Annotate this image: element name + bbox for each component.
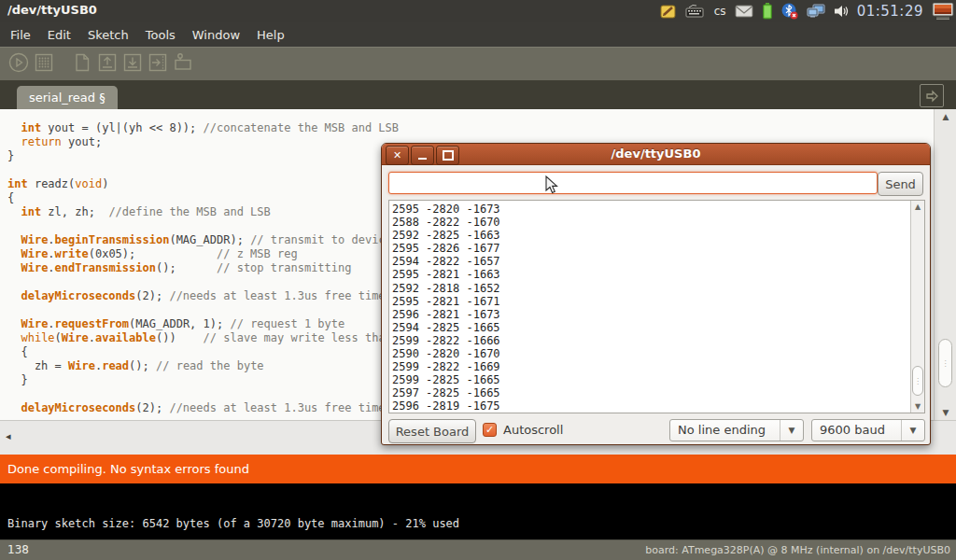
keyboard-layout-indicator[interactable]: cs	[714, 5, 726, 18]
menu-item-edit[interactable]: Edit	[39, 24, 79, 46]
grip-dots: ⋮	[942, 362, 949, 365]
serial-output-line: 2596 -2821 -1673	[392, 308, 910, 321]
tab-label: serial_read §	[29, 91, 105, 105]
send-button[interactable]: Send	[878, 172, 923, 196]
serial-monitor-window[interactable]: ✕ /dev/ttyUSB0 Send 2595 -2820 -16732588…	[381, 143, 931, 445]
serial-output-line: 2599 -2822 -1669	[392, 360, 910, 373]
keyboard-icon[interactable]	[685, 5, 704, 18]
volume-icon[interactable]	[834, 4, 849, 19]
line-ending-value: No line ending	[678, 423, 766, 437]
verify-icon[interactable]	[7, 51, 30, 77]
top-panel: /dev/ttyUSB0 cs 01:51:	[0, 0, 956, 22]
menu-bar: FileEditSketchToolsWindowHelp	[0, 22, 956, 47]
serial-output-line: 2599 -2822 -1666	[392, 334, 910, 347]
new-sketch-icon[interactable]	[71, 51, 93, 77]
serial-output-line: 2595 -2826 -1677	[392, 242, 910, 255]
menu-item-tools[interactable]: Tools	[137, 24, 184, 46]
arrow-right-icon	[923, 88, 940, 105]
serial-output-line: 2590 -2820 -1670	[392, 347, 910, 360]
mail-icon[interactable]	[735, 5, 753, 18]
tab-bar: serial_read §	[0, 80, 956, 109]
serial-output-area[interactable]: 2595 -2820 -16732588 -2822 -16702592 -28…	[388, 200, 925, 413]
footer-status-strip: 138 board: ATmega328P(A) @ 8 MHz (intern…	[0, 539, 956, 560]
console-text: Binary sketch size: 6542 bytes (of a 307…	[7, 517, 459, 530]
scroll-down-icon[interactable]: ▼	[911, 402, 924, 411]
screen: /dev/ttyUSB0 cs 01:51:	[0, 0, 956, 560]
scroll-up-icon[interactable]: ▲	[911, 203, 924, 211]
console-output: Binary sketch size: 6542 bytes (of a 307…	[0, 483, 956, 539]
serial-output-line: 2594 -2822 -1657	[392, 255, 910, 268]
serial-output-line: 2595 -2820 -1673	[392, 203, 910, 216]
serial-scrollbar-thumb[interactable]: ⋮	[912, 366, 923, 396]
baud-rate-dropdown[interactable]: 9600 baud ▼	[811, 419, 925, 441]
serial-monitor-title: /dev/ttyUSB0	[382, 147, 930, 161]
open-icon[interactable]	[96, 51, 119, 77]
reset-board-label: Reset Board	[396, 425, 470, 439]
serial-output-line: 2594 -2825 -1665	[392, 321, 910, 334]
clock[interactable]: 01:51:29	[857, 3, 923, 20]
stop-icon[interactable]	[33, 51, 55, 77]
scroll-left-icon[interactable]: ◂	[6, 430, 11, 442]
serial-output-line: 2596 -2819 -1675	[392, 399, 910, 413]
status-bar: Done compiling. No syntax errors found	[0, 455, 956, 483]
serial-output-line: 2595 -2821 -1671	[392, 295, 910, 308]
chevron-down-icon[interactable]: ▼	[901, 420, 924, 441]
editor-scrollbar-thumb[interactable]: ⋮	[938, 339, 952, 387]
line-ending-dropdown[interactable]: No line ending ▼	[669, 419, 804, 441]
serial-output-line: 2588 -2822 -1670	[392, 216, 910, 229]
menu-item-window[interactable]: Window	[184, 24, 248, 46]
grip-dots: ⋮	[914, 380, 921, 383]
line-number-indicator: 138	[7, 543, 29, 556]
baud-rate-value: 9600 baud	[820, 423, 885, 437]
network-icon[interactable]	[807, 4, 825, 20]
tab-menu-button[interactable]	[920, 84, 944, 107]
serial-output-line: 2597 -2825 -1665	[392, 386, 910, 399]
autoscroll-label: Autoscroll	[503, 423, 563, 437]
session-icon[interactable]	[932, 3, 954, 21]
menu-item-help[interactable]: Help	[248, 24, 293, 46]
status-message: Done compiling. No syntax errors found	[7, 462, 249, 476]
system-tray: cs 01:51:29	[660, 0, 954, 22]
reset-board-button[interactable]: Reset Board	[388, 419, 476, 443]
board-info: board: ATmega328P(A) @ 8 MHz (internal) …	[645, 544, 950, 556]
serial-monitor-titlebar[interactable]: ✕ /dev/ttyUSB0	[382, 144, 930, 165]
autoscroll-checkbox[interactable]: ✓	[483, 423, 497, 437]
toolbar	[0, 47, 956, 80]
scroll-down-icon[interactable]: ▼	[935, 408, 956, 417]
menu-item-file[interactable]: File	[2, 24, 39, 46]
mouse-cursor	[545, 175, 559, 199]
chevron-down-icon[interactable]: ▼	[780, 420, 803, 441]
tab-serial-read[interactable]: serial_read §	[17, 86, 118, 109]
note-icon[interactable]	[660, 4, 677, 20]
upload-icon[interactable]	[147, 51, 169, 77]
bluetooth-icon[interactable]	[781, 3, 798, 20]
serial-input-field[interactable]	[388, 172, 878, 194]
save-icon[interactable]	[121, 51, 144, 77]
serial-output-line: 2592 -2818 -1652	[392, 282, 910, 295]
code-line: int yout = (yl|(yh << 8)); //concatenate…	[7, 121, 934, 135]
serial-scrollbar[interactable]: ▲ ⋮ ▼	[910, 201, 924, 413]
serial-output-line: 2599 -2825 -1665	[392, 373, 910, 386]
serial-output-line: 2592 -2825 -1663	[392, 229, 910, 242]
serial-monitor-icon[interactable]	[172, 51, 196, 77]
battery-icon[interactable]	[762, 3, 773, 20]
menu-item-sketch[interactable]: Sketch	[79, 24, 137, 46]
serial-output-text: 2595 -2820 -16732588 -2822 -16702592 -28…	[389, 201, 910, 413]
editor-vertical-scrollbar[interactable]: ▲ ⋮ ▼	[934, 109, 956, 420]
serial-output-line: 2595 -2821 -1663	[392, 268, 910, 281]
scroll-up-icon[interactable]: ▲	[935, 112, 956, 121]
send-label: Send	[885, 177, 916, 191]
window-title: /dev/ttyUSB0	[7, 3, 97, 17]
